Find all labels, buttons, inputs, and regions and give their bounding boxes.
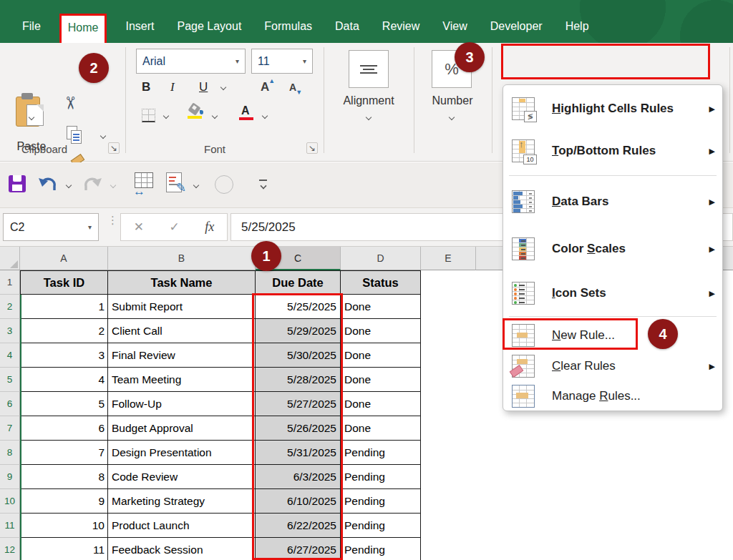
borders-button[interactable] [142,109,155,122]
tab-formulas[interactable]: Formulas [258,14,319,43]
italic-button[interactable]: I [170,80,175,94]
font-size-combobox[interactable]: 11▾ [251,49,313,74]
column-header-b[interactable]: B [108,247,256,270]
name-box[interactable]: C2 ▾ [3,213,99,241]
row-header-1[interactable]: 1 [0,270,20,295]
cell-status[interactable]: Done [341,319,421,343]
cell-due-date[interactable]: 5/30/2025 [256,343,341,368]
select-all-corner[interactable] [0,247,20,270]
cell-task-id[interactable]: 3 [20,343,108,368]
copy-dropdown-chevron-icon[interactable] [100,133,106,139]
cell-e[interactable] [421,270,476,295]
save-icon[interactable] [9,175,26,192]
fill-color-button[interactable] [188,104,205,120]
cell-status[interactable]: Done [341,392,421,416]
alignment-chevron-icon[interactable] [366,114,372,120]
cut-icon[interactable]: ✂ [60,96,80,110]
table-header-due-date[interactable]: Due Date [256,270,341,295]
row-header-2[interactable]: 2 [0,295,20,319]
circle-shape-icon[interactable] [215,175,233,194]
cell-task-id[interactable]: 7 [20,441,108,465]
cell-task-id[interactable]: 6 [20,416,108,441]
borders-dropdown-chevron-icon[interactable] [163,113,169,119]
increase-font-button[interactable]: A▲ [261,80,269,94]
cell-task-name[interactable]: Follow-Up [108,392,256,416]
cell-status[interactable]: Done [341,416,421,441]
autofit-columns-icon[interactable]: ↔ [132,172,153,194]
font-color-chevron-icon[interactable] [262,113,268,119]
insert-function-icon[interactable]: fx [205,220,214,235]
cell-due-date[interactable]: 5/28/2025 [256,368,341,392]
row-header-12[interactable]: 12 [0,538,20,560]
cell-e[interactable] [421,368,476,392]
cell-task-name[interactable]: Team Meeting [108,368,256,392]
font-color-button[interactable]: A [239,106,253,122]
undo-icon[interactable] [37,177,59,194]
cell-due-date[interactable]: 6/10/2025 [256,489,341,514]
underline-dropdown-chevron-icon[interactable] [220,84,226,90]
column-header-d[interactable]: D [341,247,421,270]
enter-icon[interactable]: ✓ [170,220,180,235]
cell-task-name[interactable]: Design Presentation [108,441,256,465]
paste-dropdown-chevron-icon[interactable] [29,114,34,120]
cell-e[interactable] [421,514,476,538]
cell-task-id[interactable]: 11 [20,538,108,560]
cell-status[interactable]: Pending [341,465,421,489]
menu-item-color-scales[interactable]: Color Scales▶ [503,225,722,273]
cell-due-date[interactable]: 6/27/2025 [256,538,341,560]
customize-toolbar-icon[interactable] [259,180,268,188]
cell-task-id[interactable]: 1 [20,295,108,319]
cell-task-id[interactable]: 10 [20,514,108,538]
cell-task-name[interactable]: Feedback Session [108,538,256,560]
cell-task-name[interactable]: Client Call [108,319,256,343]
cell-task-name[interactable]: Product Launch [108,514,256,538]
decrease-font-button[interactable]: A▼ [289,82,296,93]
undo-dropdown-chevron-icon[interactable] [66,182,72,188]
cell-due-date[interactable]: 6/22/2025 [256,514,341,538]
cell-status[interactable]: Done [341,368,421,392]
copy-button[interactable] [67,126,84,144]
tab-page-layout[interactable]: Page Layout [170,14,248,43]
row-header-7[interactable]: 7 [0,416,20,441]
bold-button[interactable]: B [142,80,150,94]
tab-insert[interactable]: Insert [119,14,160,43]
menu-item-icon-sets[interactable]: Icon Sets▶ [503,273,722,313]
tab-data[interactable]: Data [329,14,366,43]
table-header-task-name[interactable]: Task Name [108,270,256,295]
cell-due-date[interactable]: 6/3/2025 [256,465,341,489]
cell-task-id[interactable]: 8 [20,465,108,489]
cell-task-name[interactable]: Budget Approval [108,416,256,441]
row-header-11[interactable]: 11 [0,514,20,538]
column-header-e[interactable]: E [421,247,476,270]
row-header-3[interactable]: 3 [0,319,20,343]
tab-view[interactable]: View [436,14,473,43]
row-header-6[interactable]: 6 [0,392,20,416]
edit-document-icon[interactable]: ✎ [165,172,185,194]
cell-due-date[interactable]: 5/26/2025 [256,416,341,441]
menu-item-highlight-cells-rules[interactable]: ≶Highlight Cells Rules▶ [503,88,722,129]
tab-developer[interactable]: Developer [484,14,549,43]
number-chevron-icon[interactable] [449,114,455,120]
cell-status[interactable]: Done [341,295,421,319]
cell-task-id[interactable]: 4 [20,368,108,392]
cell-e[interactable] [421,465,476,489]
cell-e[interactable] [421,441,476,465]
menu-item-top-bottom-rules[interactable]: ↑10Top/Bottom Rules▶ [503,129,722,172]
cell-task-id[interactable]: 5 [20,392,108,416]
menu-item-new-rule[interactable]: New Rule... [503,320,722,351]
cancel-icon[interactable]: ✕ [134,220,144,235]
cell-task-id[interactable]: 2 [20,319,108,343]
cell-e[interactable] [421,416,476,441]
cell-task-id[interactable]: 9 [20,489,108,514]
row-header-9[interactable]: 9 [0,465,20,489]
tab-help[interactable]: Help [559,14,596,43]
cell-status[interactable]: Pending [341,514,421,538]
cell-due-date[interactable]: 5/27/2025 [256,392,341,416]
cell-e[interactable] [421,538,476,560]
edit-dropdown-chevron-icon[interactable] [193,182,199,188]
tab-review[interactable]: Review [376,14,426,43]
cell-status[interactable]: Done [341,343,421,368]
cell-task-name[interactable]: Marketing Strategy [108,489,256,514]
row-header-4[interactable]: 4 [0,343,20,368]
cell-due-date[interactable]: 5/31/2025 [256,441,341,465]
